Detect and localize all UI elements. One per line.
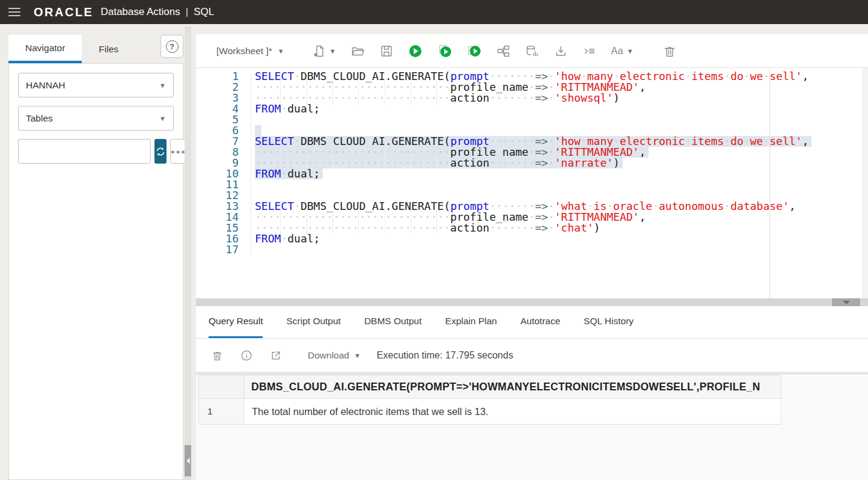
download-label: Download (308, 350, 349, 361)
line-number: 12 (196, 190, 251, 201)
line-number: 5 (196, 114, 251, 125)
run-all-button[interactable] (466, 43, 483, 60)
autotrace-icon (525, 45, 539, 58)
tab-explain-plan[interactable]: Explain Plan (445, 306, 497, 338)
line-number: 10 (196, 168, 251, 179)
oracle-logo: ORACLE (34, 5, 93, 19)
worksheet-toolbar: [Worksheet ]* ▼ ▼ (196, 34, 868, 68)
chevron-down-icon (843, 301, 850, 304)
result-column-header[interactable]: DBMS_CLOUD_AI.GENERATE(PROMPT=>'HOWMANYE… (244, 375, 781, 399)
line-number: 8 (196, 147, 251, 158)
editor-line[interactable]: 16FROM·dual; (196, 233, 862, 244)
font-size-button[interactable]: Aa ▼ (610, 44, 635, 58)
sql-editor[interactable]: 1SELECT·DBMS_CLOUD_AI.GENERATE(prompt···… (196, 68, 868, 298)
line-number: 13 (196, 201, 251, 212)
tab-navigator[interactable]: Navigator (8, 35, 82, 63)
worksheet-selector[interactable]: [Worksheet ]* ▼ (216, 46, 284, 57)
hamburger-menu-icon[interactable] (8, 8, 20, 16)
schema-select-value: HANNAH (26, 80, 65, 91)
help-button[interactable]: ? (160, 35, 183, 58)
save-file-button[interactable] (379, 43, 394, 59)
external-link-icon (270, 349, 282, 362)
tab-query-result[interactable]: Query Result (209, 306, 263, 338)
row-number-header[interactable] (199, 375, 244, 399)
chevron-down-icon: ▼ (354, 352, 361, 359)
result-value-cell[interactable]: The total number of electronic items tha… (244, 399, 781, 425)
format-icon (582, 45, 596, 58)
folder-open-icon (351, 45, 365, 58)
line-number: 15 (196, 223, 251, 233)
execution-time: Execution time: 17.795 seconds (377, 350, 513, 361)
download-icon (554, 45, 567, 58)
info-button[interactable] (240, 349, 252, 362)
open-in-new-button[interactable] (270, 349, 282, 362)
autotrace-button[interactable] (524, 43, 540, 59)
results-collapse-handle[interactable] (832, 298, 860, 306)
chevron-down-icon: ▼ (278, 48, 284, 55)
line-number: 2 (196, 82, 251, 93)
editor-scrollbar[interactable] (863, 68, 868, 298)
run-script-button[interactable] (436, 43, 453, 60)
clear-worksheet-button[interactable] (662, 43, 677, 59)
vertical-splitter[interactable] (185, 26, 191, 480)
sidebar-collapse-handle[interactable] (185, 445, 191, 476)
line-number: 6 (196, 125, 251, 136)
line-number: 3 (196, 93, 251, 103)
line-number: 9 (196, 158, 251, 168)
chevron-down-icon: ▼ (159, 115, 166, 122)
title-separator: | (186, 6, 188, 18)
tab-sql-history[interactable]: SQL History (584, 306, 634, 338)
module-name: SQL (194, 6, 214, 18)
object-type-select[interactable]: Tables ▼ (18, 106, 174, 131)
run-all-icon (467, 44, 481, 58)
format-button[interactable] (581, 43, 598, 59)
line-number: 1 (196, 71, 251, 82)
worksheet-name: [Worksheet ]* (216, 46, 272, 57)
download-editor-button[interactable] (553, 43, 569, 59)
tab-script-output[interactable]: Script Output (286, 306, 340, 338)
run-statement-icon (408, 44, 423, 58)
app-title: Database Actions | SQL (100, 6, 214, 18)
trash-icon (212, 349, 223, 362)
run-statement-button[interactable] (407, 43, 424, 60)
new-worksheet-button[interactable]: ▼ (311, 43, 337, 59)
chevron-down-icon: ▼ (329, 48, 336, 55)
save-icon (380, 45, 393, 58)
table-row[interactable]: 1The total number of electronic items th… (199, 399, 781, 425)
schema-select[interactable]: HANNAH ▼ (18, 73, 174, 97)
line-number: 7 (196, 136, 251, 147)
editor-lines: 1SELECT·DBMS_CLOUD_AI.GENERATE(prompt···… (196, 71, 862, 255)
search-input[interactable] (18, 139, 151, 164)
editor-line[interactable]: 5 (196, 114, 862, 125)
results-panel: Query Result Script Output DBMS Output E… (196, 306, 868, 480)
font-size-label: Aa (611, 45, 623, 57)
results-toolbar: Download ▼ Execution time: 17.795 second… (196, 339, 868, 372)
result-header-row: DBMS_CLOUD_AI.GENERATE(PROMPT=>'HOWMANYE… (199, 375, 781, 399)
chevron-down-icon: ▼ (159, 82, 166, 89)
horizontal-splitter[interactable] (196, 298, 868, 306)
editor-line[interactable]: 11 (196, 179, 862, 190)
editor-line[interactable]: 4FROM·dual; (196, 103, 862, 114)
line-number: 17 (196, 244, 251, 255)
editor-line[interactable]: 17 (196, 244, 862, 255)
object-type-select-value: Tables (26, 113, 53, 124)
result-table-body: 1The total number of electronic items th… (199, 399, 781, 425)
clear-results-button[interactable] (212, 349, 223, 362)
tab-files[interactable]: Files (82, 35, 135, 63)
trash-icon (663, 45, 676, 58)
navigator-search-row: ●●● (18, 139, 174, 164)
navigator-panel: HANNAH ▼ Tables ▼ ●●● (8, 63, 183, 480)
download-dropdown[interactable]: Download ▼ (308, 350, 361, 361)
editor-line[interactable]: 10FROM·dual; (196, 168, 862, 179)
explain-plan-button[interactable] (495, 43, 512, 59)
app-title-text: Database Actions (100, 6, 180, 18)
tab-autotrace[interactable]: Autotrace (521, 306, 560, 338)
line-number: 11 (196, 179, 251, 190)
tab-dbms-output[interactable]: DBMS Output (364, 306, 422, 338)
chevron-down-icon: ▼ (627, 48, 634, 55)
refresh-button[interactable] (154, 139, 167, 164)
new-file-icon (313, 45, 326, 58)
info-icon (240, 349, 252, 362)
open-file-button[interactable] (350, 43, 366, 59)
result-grid: DBMS_CLOUD_AI.GENERATE(PROMPT=>'HOWMANYE… (196, 372, 868, 480)
